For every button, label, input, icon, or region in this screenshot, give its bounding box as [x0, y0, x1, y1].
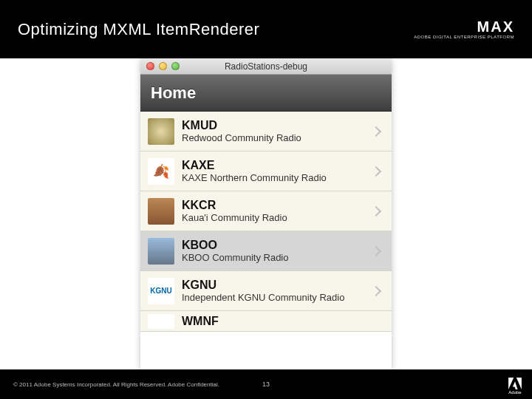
station-icon: KGNU: [148, 278, 174, 304]
station-icon: [148, 238, 174, 265]
list-item[interactable]: KBOOKBOO Community Radio: [140, 231, 392, 271]
station-code: KKCR: [182, 199, 372, 212]
station-name: KBOO Community Radio: [182, 252, 372, 264]
app-header-title: Home: [151, 83, 196, 103]
station-name: Independent KGNU Community Radio: [182, 292, 372, 304]
station-icon: [148, 118, 174, 145]
app-window: RadioStations-debug Home KMUDRedwood Com…: [140, 58, 392, 369]
mac-titlebar: RadioStations-debug: [140, 58, 392, 75]
list-item[interactable]: KKCRKaua'i Community Radio: [140, 191, 392, 231]
brand-logo: MAX ADOBE DIGITAL ENTERPRISE PLATFORM: [414, 18, 514, 40]
adobe-logo: Adobe: [507, 374, 523, 395]
app-header: Home: [140, 75, 392, 112]
slide: Optimizing MXML ItemRenderer MAX ADOBE D…: [0, 0, 532, 399]
list-item-text: KKCRKaua'i Community Radio: [182, 199, 372, 223]
station-code: KMUD: [182, 119, 372, 132]
station-icon: [148, 158, 174, 185]
chevron-right-icon: [371, 126, 381, 136]
list-item[interactable]: WMNF: [140, 311, 392, 332]
adobe-label: Adobe: [508, 390, 521, 395]
brand-tagline: ADOBE DIGITAL ENTERPRISE PLATFORM: [414, 35, 514, 40]
list-item[interactable]: KGNUKGNUIndependent KGNU Community Radio: [140, 271, 392, 311]
slide-footer: © 2011 Adobe Systems Incorporated. All R…: [0, 369, 532, 399]
station-icon: [148, 314, 174, 329]
chevron-right-icon: [371, 245, 381, 256]
slide-content: RadioStations-debug Home KMUDRedwood Com…: [0, 58, 532, 369]
list-item-text: KGNUIndependent KGNU Community Radio: [182, 279, 372, 303]
chevron-right-icon: [371, 166, 381, 176]
list-item[interactable]: KAXEKAXE Northern Community Radio: [140, 151, 392, 191]
window-title: RadioStations-debug: [140, 61, 392, 72]
brand-name: MAX: [414, 18, 514, 35]
station-code: WMNF: [182, 315, 384, 328]
list-item[interactable]: KMUDRedwood Community Radio: [140, 112, 392, 151]
station-code: KAXE: [182, 159, 372, 172]
page-number: 13: [262, 381, 270, 388]
station-name: KAXE Northern Community Radio: [182, 172, 372, 184]
list-item-text: KMUDRedwood Community Radio: [182, 119, 372, 143]
station-icon: [148, 198, 174, 225]
station-code: KBOO: [182, 239, 372, 252]
list-item-text: KAXEKAXE Northern Community Radio: [182, 159, 372, 183]
station-list[interactable]: KMUDRedwood Community RadioKAXEKAXE Nort…: [140, 112, 392, 332]
list-item-text: KBOOKBOO Community Radio: [182, 239, 372, 263]
list-item-text: WMNF: [182, 315, 384, 328]
station-code: KGNU: [182, 279, 372, 292]
station-name: Kaua'i Community Radio: [182, 212, 372, 224]
slide-header: Optimizing MXML ItemRenderer MAX ADOBE D…: [0, 0, 532, 58]
station-name: Redwood Community Radio: [182, 132, 372, 144]
slide-title: Optimizing MXML ItemRenderer: [18, 20, 259, 39]
copyright: © 2011 Adobe Systems Incorporated. All R…: [13, 381, 219, 388]
chevron-right-icon: [371, 205, 381, 216]
chevron-right-icon: [371, 285, 381, 296]
adobe-a-icon: [508, 378, 522, 389]
